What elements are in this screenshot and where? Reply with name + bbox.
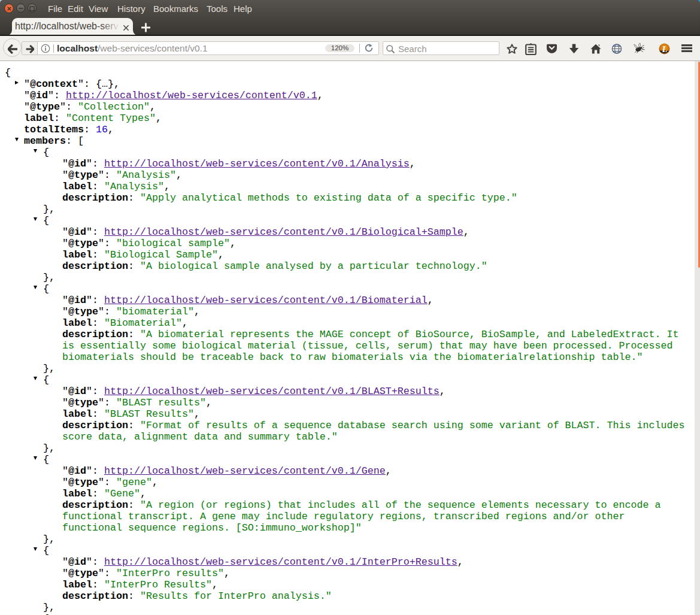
svg-text:L: L bbox=[661, 44, 667, 54]
